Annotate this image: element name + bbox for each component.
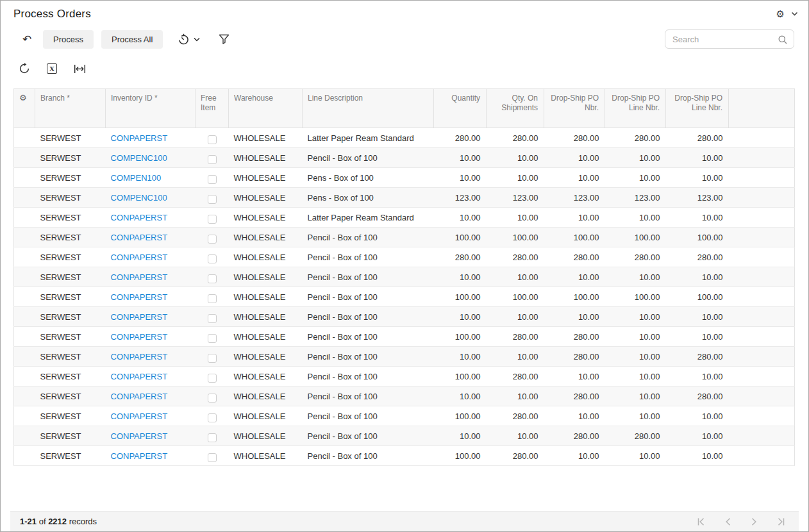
cell-quantity[interactable]: 100.00	[434, 287, 487, 307]
cell-qty-on-shipments[interactable]: 280.00	[487, 406, 544, 426]
inventory-id-link[interactable]: COMPEN100	[111, 173, 162, 183]
cell-warehouse[interactable]: WHOLESALE	[229, 287, 303, 307]
cell-branch[interactable]: SERWEST	[35, 247, 106, 267]
cell-row-selector[interactable]	[14, 208, 35, 228]
refresh-button[interactable]	[19, 63, 30, 74]
cell-free-item[interactable]	[196, 367, 229, 387]
cell-inventory-id[interactable]: CONPAPERST	[106, 347, 196, 367]
cell-qty-on-shipments[interactable]: 10.00	[487, 208, 544, 228]
inventory-id-link[interactable]: COMPENC100	[111, 153, 167, 163]
free-item-checkbox[interactable]	[208, 155, 217, 164]
cell-qty-on-shipments[interactable]: 10.00	[487, 168, 544, 188]
cell-drop-ship-po-nbr[interactable]: 10.00	[544, 367, 605, 387]
cell-qty-on-shipments[interactable]: 10.00	[487, 387, 544, 406]
free-item-checkbox[interactable]	[208, 254, 217, 263]
cell-warehouse[interactable]: WHOLESALE	[229, 267, 303, 287]
cell-row-selector[interactable]	[14, 367, 35, 387]
cell-quantity[interactable]: 10.00	[434, 148, 487, 168]
cell-line-description[interactable]: Pencil - Box of 100	[303, 387, 434, 406]
cell-drop-ship-po-nbr[interactable]: 10.00	[544, 208, 605, 228]
cell-row-selector[interactable]	[14, 446, 35, 466]
cell-drop-ship-po-line-nbr-2[interactable]: 100.00	[666, 228, 729, 247]
cell-warehouse[interactable]: WHOLESALE	[229, 168, 303, 188]
column-qty-on-shipments[interactable]: Qty. On Shipments	[487, 89, 544, 128]
cell-qty-on-shipments[interactable]: 280.00	[487, 128, 544, 148]
cell-free-item[interactable]	[196, 327, 229, 347]
cell-qty-on-shipments[interactable]: 10.00	[487, 148, 544, 168]
cell-free-item[interactable]	[196, 406, 229, 426]
cell-inventory-id[interactable]: CONPAPERST	[106, 387, 196, 406]
cell-inventory-id[interactable]: CONPAPERST	[106, 228, 196, 247]
cell-inventory-id[interactable]: CONPAPERST	[106, 327, 196, 347]
cell-line-description[interactable]: Pencil - Box of 100	[303, 327, 434, 347]
inventory-id-link[interactable]: CONPAPERST	[111, 411, 168, 421]
cell-free-item[interactable]	[196, 208, 229, 228]
cell-warehouse[interactable]: WHOLESALE	[229, 148, 303, 168]
cell-qty-on-shipments[interactable]: 100.00	[487, 287, 544, 307]
cell-line-description[interactable]: Pencil - Box of 100	[303, 287, 434, 307]
inventory-id-link[interactable]: CONPAPERST	[111, 253, 168, 262]
cell-quantity[interactable]: 10.00	[434, 387, 487, 406]
cell-line-description[interactable]: Latter Paper Ream Standard	[303, 128, 434, 148]
screen-settings-gear-icon[interactable]: ⚙	[776, 9, 785, 19]
cell-line-description[interactable]: Pens - Box of 100	[303, 188, 434, 208]
cell-warehouse[interactable]: WHOLESALE	[229, 128, 303, 148]
cell-drop-ship-po-line-nbr-2[interactable]: 123.00	[666, 188, 729, 208]
cell-row-selector[interactable]	[14, 247, 35, 267]
cell-branch[interactable]: SERWEST	[35, 446, 106, 466]
column-free-item[interactable]: Free Item	[196, 89, 229, 128]
cell-drop-ship-po-line-nbr[interactable]: 10.00	[605, 367, 666, 387]
inventory-id-link[interactable]: CONPAPERST	[111, 272, 168, 282]
free-item-checkbox[interactable]	[208, 453, 217, 462]
cell-free-item[interactable]	[196, 267, 229, 287]
cell-drop-ship-po-line-nbr[interactable]: 10.00	[605, 406, 666, 426]
cell-quantity[interactable]: 100.00	[434, 406, 487, 426]
free-item-checkbox[interactable]	[208, 433, 217, 442]
next-page-button[interactable]	[751, 517, 757, 526]
free-item-checkbox[interactable]	[208, 195, 217, 204]
column-quantity[interactable]: Quantity	[434, 89, 487, 128]
cell-branch[interactable]: SERWEST	[35, 367, 106, 387]
cell-row-selector[interactable]	[14, 327, 35, 347]
cell-free-item[interactable]	[196, 228, 229, 247]
cell-free-item[interactable]	[196, 307, 229, 327]
cell-row-selector[interactable]	[14, 287, 35, 307]
cell-free-item[interactable]	[196, 426, 229, 446]
cell-drop-ship-po-nbr[interactable]: 280.00	[544, 327, 605, 347]
cell-quantity[interactable]: 10.00	[434, 208, 487, 228]
cell-drop-ship-po-line-nbr[interactable]: 10.00	[605, 347, 666, 367]
cell-drop-ship-po-line-nbr[interactable]: 100.00	[605, 228, 666, 247]
cell-drop-ship-po-nbr[interactable]: 100.00	[544, 228, 605, 247]
cell-drop-ship-po-line-nbr-2[interactable]: 10.00	[666, 168, 729, 188]
cell-quantity[interactable]: 100.00	[434, 327, 487, 347]
cell-warehouse[interactable]: WHOLESALE	[229, 208, 303, 228]
cell-row-selector[interactable]	[14, 228, 35, 247]
cell-line-description[interactable]: Pencil - Box of 100	[303, 307, 434, 327]
free-item-checkbox[interactable]	[208, 314, 217, 323]
cell-free-item[interactable]	[196, 128, 229, 148]
cell-drop-ship-po-nbr[interactable]: 280.00	[544, 387, 605, 406]
cell-inventory-id[interactable]: CONPAPERST	[106, 247, 196, 267]
cell-inventory-id[interactable]: COMPENC100	[106, 148, 196, 168]
cell-warehouse[interactable]: WHOLESALE	[229, 367, 303, 387]
cell-branch[interactable]: SERWEST	[35, 168, 106, 188]
cell-drop-ship-po-nbr[interactable]: 280.00	[544, 128, 605, 148]
cell-warehouse[interactable]: WHOLESALE	[229, 327, 303, 347]
column-drop-ship-po-nbr[interactable]: Drop-Ship PO Nbr.	[544, 89, 605, 128]
cell-quantity[interactable]: 10.00	[434, 426, 487, 446]
cell-line-description[interactable]: Pencil - Box of 100	[303, 367, 434, 387]
column-drop-ship-po-line-nbr-2[interactable]: Drop-Ship PO Line Nbr.	[666, 89, 729, 128]
inventory-id-link[interactable]: CONPAPERST	[111, 392, 168, 401]
cell-quantity[interactable]: 280.00	[434, 247, 487, 267]
inventory-id-link[interactable]: CONPAPERST	[111, 292, 168, 302]
cell-drop-ship-po-line-nbr-2[interactable]: 10.00	[666, 267, 729, 287]
cell-inventory-id[interactable]: COMPEN100	[106, 168, 196, 188]
cell-quantity[interactable]: 10.00	[434, 307, 487, 327]
cell-qty-on-shipments[interactable]: 10.00	[487, 426, 544, 446]
free-item-checkbox[interactable]	[208, 215, 217, 224]
search-icon[interactable]	[778, 35, 788, 45]
cell-free-item[interactable]	[196, 387, 229, 406]
cell-inventory-id[interactable]: CONPAPERST	[106, 267, 196, 287]
inventory-id-link[interactable]: CONPAPERST	[111, 213, 168, 222]
column-inventory-id[interactable]: Inventory ID *	[106, 89, 196, 128]
